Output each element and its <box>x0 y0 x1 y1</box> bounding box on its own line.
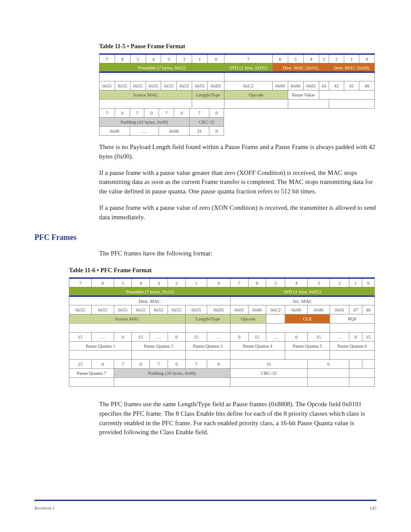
table-row: 15 0 7 0 7 0 7 0 31 0 <box>69 360 375 369</box>
table-row: Source MAC Length/Type Opcode Pause Valu… <box>100 90 375 100</box>
cell: 6 <box>115 54 130 63</box>
cell: 7 <box>190 109 209 118</box>
cell: 4 <box>132 278 150 287</box>
cell: 0x00 <box>308 305 330 314</box>
cell <box>100 100 192 109</box>
cell: 40 <box>359 81 375 90</box>
cell: 0 <box>349 333 362 342</box>
cell: 15 <box>248 333 266 342</box>
cell <box>349 369 375 378</box>
table-row <box>100 100 375 109</box>
table1-caption: Table 11-5 • Pause Frame Format <box>99 43 377 50</box>
cell: 0x55 <box>150 305 168 314</box>
cell <box>349 360 362 369</box>
cell: 0x00 <box>285 305 308 314</box>
paragraph: The PFC frames have the following format… <box>99 249 377 258</box>
cell <box>266 324 330 333</box>
cell: 40 <box>362 305 374 314</box>
cell: 7 <box>230 278 249 287</box>
cell: 15 <box>69 360 92 369</box>
table-row: 7 0 7 0 7 0 7 0 <box>100 109 224 118</box>
cell: 0x01 <box>230 305 249 314</box>
section-heading: PFC Frames <box>34 233 377 242</box>
cell: 0 <box>285 333 308 342</box>
cell-pq0: PQ0 <box>330 314 375 324</box>
cell-pausevalue: Pause Value <box>288 90 319 100</box>
cell: 1 <box>186 278 207 287</box>
cell: 5 <box>114 278 132 287</box>
cell: 0x55 <box>186 305 207 314</box>
table-row: 15 … 0 15 … 0 15 … 0 15 … 0 15 … 0 15 <box>69 333 375 342</box>
cell: 0xD5 <box>208 81 224 90</box>
footer-page-number: 145 <box>370 505 377 510</box>
table-row: 7 6 5 4 3 2 1 0 7 6 5 4 3 2 1 0 <box>69 278 375 287</box>
table-pfc-frame: 7 6 5 4 3 2 1 0 7 6 5 4 3 2 1 0 Preamble… <box>69 277 375 387</box>
cell: 0 <box>144 109 159 118</box>
cell: Pause Quanta 6 <box>330 342 375 351</box>
cell <box>186 324 230 333</box>
cell: 7 <box>130 109 144 118</box>
cell: 5 <box>130 54 146 63</box>
cell-crc: CRC-32 <box>230 369 308 378</box>
cell: 7 <box>114 360 132 369</box>
cell-srcmac: Source MAC <box>100 90 192 100</box>
cell: … <box>150 333 168 342</box>
cell: … <box>330 333 349 342</box>
cell: 0x55 <box>192 81 208 90</box>
table-row: Source MAC Length/Type Opcode CLE PQ0 <box>69 314 375 324</box>
cell: 0 <box>132 360 150 369</box>
table-pause-frame-b: 7 0 7 0 7 0 7 0 Padding (42 bytes, 0x00)… <box>99 108 224 136</box>
cell: 15 <box>69 333 92 342</box>
cell <box>69 351 132 360</box>
cell-lengthtype: Length/Type <box>192 90 224 100</box>
cell: 0 <box>114 333 132 342</box>
cell <box>224 100 288 109</box>
cell: 47 <box>349 305 362 314</box>
cell <box>308 369 349 378</box>
cell: 0x80 <box>248 305 266 314</box>
cell: 0x55 <box>100 81 115 90</box>
cell-opcode: Opcode <box>224 90 288 100</box>
cell-preamble: Preamble (7 bytes, 0x55) <box>100 63 224 72</box>
cell <box>308 378 349 387</box>
cell: 0x55 <box>146 81 161 90</box>
cell: 42 <box>329 81 344 90</box>
footer-revision: Revision 1 <box>34 505 55 510</box>
paragraph: The PFC frames use the same Length/Type … <box>99 400 377 437</box>
cell: Pause Quanta 2 <box>132 342 186 351</box>
cell-destmac1: Dest. MAC (0x01) <box>272 63 329 72</box>
cell: 0xD5 <box>207 305 230 314</box>
cell: 0x55 <box>130 81 146 90</box>
cell: 15 <box>132 333 150 342</box>
cell <box>132 351 186 360</box>
cell-sfd: SFD (1 byte, 0xD5) <box>230 287 375 296</box>
cell: 3 <box>161 54 177 63</box>
paragraph: There is no Payload Length field found w… <box>99 143 377 162</box>
cell <box>349 378 375 387</box>
cell <box>100 72 224 81</box>
table-row: Pause Quanta 7 Padding (26 bytes, 0x00) … <box>69 369 375 378</box>
cell-srcmac-label: Src. MAC <box>230 296 375 305</box>
cell: Pause Quanta 5 <box>285 342 330 351</box>
cell: … <box>207 333 230 342</box>
cell: 7 <box>186 360 207 369</box>
cell: 0x00 <box>159 127 189 136</box>
cell: 0x55 <box>69 305 92 314</box>
cell: 0x55 <box>177 81 192 90</box>
cell: 0 <box>359 54 375 63</box>
cell: 7 <box>100 54 115 63</box>
cell-destmac-label: Dest. MAC <box>69 296 230 305</box>
cell: 0x00 <box>272 81 288 90</box>
cell: 15 <box>362 333 374 342</box>
cell: 0x55 <box>132 305 150 314</box>
cell <box>192 100 224 109</box>
cell: Pause Quanta 4 <box>230 342 285 351</box>
cell <box>362 360 374 369</box>
cell-destmac2: Dest. MAC (0x80) <box>329 63 374 72</box>
cell <box>330 324 375 333</box>
cell: 31 <box>230 360 308 369</box>
cell-preamble: Preamble (7 bytes, 0x55) <box>69 287 230 296</box>
table-row: Padding (42 bytes, 0x00) CRC-32 <box>100 118 224 127</box>
cell: 15 <box>186 333 207 342</box>
cell-lengthtype: Length/Type <box>186 314 230 324</box>
